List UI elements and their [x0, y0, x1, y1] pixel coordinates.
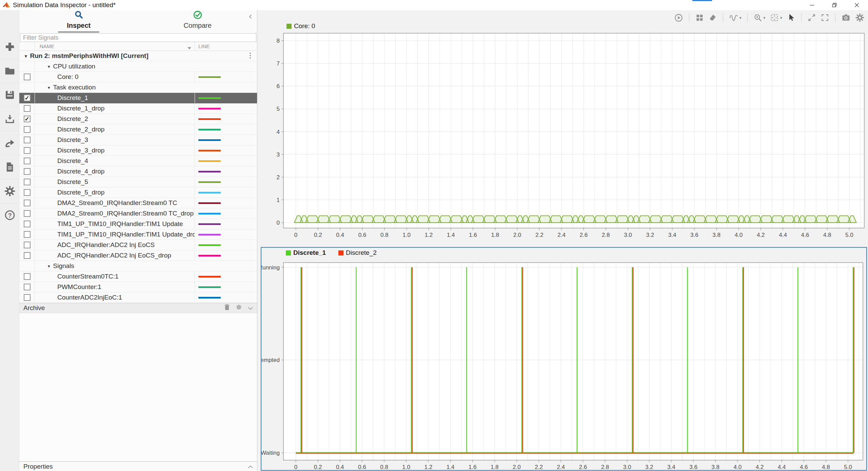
checkbox-cell[interactable]: [19, 103, 35, 114]
checkbox-cell[interactable]: [19, 271, 35, 282]
settings-gear-icon[interactable]: [0, 179, 19, 203]
sort-arrow-icon[interactable]: [188, 45, 191, 50]
report-document-icon[interactable]: [0, 155, 19, 179]
checkbox-unchecked[interactable]: [24, 252, 31, 259]
run-menu-icon[interactable]: [250, 53, 251, 59]
open-folder-icon[interactable]: [0, 59, 19, 83]
checkbox-unchecked[interactable]: [24, 126, 31, 133]
checkbox-cell[interactable]: [19, 145, 35, 156]
signal-row[interactable]: Discrete_3_drop: [19, 145, 257, 156]
checkbox-cell[interactable]: [19, 240, 35, 250]
checkbox-unchecked[interactable]: [24, 158, 31, 164]
archive-settings-icon[interactable]: [236, 304, 242, 312]
properties-expand-icon[interactable]: [248, 463, 253, 470]
group-row[interactable]: ▾Signals: [19, 261, 257, 271]
checkbox-cell[interactable]: [19, 166, 35, 177]
checkbox-cell[interactable]: [19, 135, 35, 145]
checkbox-cell[interactable]: [19, 187, 35, 198]
signal-row[interactable]: ✓Discrete_1: [19, 93, 257, 103]
cpu-utilization-plot[interactable]: 00.20.40.60.81.01.21.41.61.82.02.22.42.6…: [261, 20, 866, 248]
checkbox-checked[interactable]: ✓: [24, 116, 31, 122]
checkbox-cell[interactable]: [19, 198, 35, 208]
checkbox-unchecked[interactable]: [24, 189, 31, 196]
import-icon[interactable]: [0, 107, 19, 131]
checkbox-cell[interactable]: ✓: [19, 93, 35, 103]
group-row[interactable]: ▾Task execution: [19, 82, 257, 93]
checkbox-cell[interactable]: [19, 219, 35, 229]
checkbox-cell[interactable]: [19, 229, 35, 240]
signal-row[interactable]: ADC_IRQHandler:ADC2 Inj EoCS: [19, 240, 257, 250]
filter-signals-input[interactable]: [20, 33, 256, 42]
checkbox-unchecked[interactable]: [24, 147, 31, 154]
checkbox-cell[interactable]: [19, 208, 35, 219]
line-style-cell[interactable]: [195, 282, 257, 292]
run-row[interactable]: ▾Run 2: mstmPeriphsWithHWI [Current]: [19, 51, 257, 61]
minimize-button[interactable]: [801, 0, 823, 10]
checkbox-unchecked[interactable]: [24, 231, 31, 238]
signal-row[interactable]: PWMCounter:1: [19, 282, 257, 292]
checkbox-cell[interactable]: [19, 124, 35, 135]
checkbox-unchecked[interactable]: [24, 284, 31, 290]
checkbox-cell[interactable]: [19, 72, 35, 82]
dropdown-caret-icon[interactable]: ▾: [780, 15, 782, 20]
line-style-cell[interactable]: [195, 250, 257, 261]
checkbox-unchecked[interactable]: [24, 242, 31, 248]
expand-triangle-icon[interactable]: ▾: [48, 64, 50, 69]
line-style-cell[interactable]: [195, 198, 257, 208]
signal-row[interactable]: CounterADC2InjEoC:1: [19, 292, 257, 303]
checkbox-unchecked[interactable]: [24, 179, 31, 185]
group-row[interactable]: ▾CPU utilization: [19, 61, 257, 72]
signal-row[interactable]: TIM1_UP_TIM10_IRQHandler:TIM1 Update: [19, 219, 257, 229]
signal-row[interactable]: Discrete_4: [19, 156, 257, 166]
save-icon[interactable]: [0, 83, 19, 107]
signal-row[interactable]: Core: 0: [19, 72, 257, 82]
column-line[interactable]: LINE: [195, 42, 257, 50]
collapse-panel-icon[interactable]: [247, 13, 254, 20]
expand-triangle-icon[interactable]: ▾: [48, 264, 50, 269]
archive-delete-icon[interactable]: [224, 304, 230, 312]
line-style-cell[interactable]: [195, 72, 257, 82]
export-share-icon[interactable]: [0, 131, 19, 155]
line-style-cell[interactable]: [195, 135, 257, 145]
line-style-cell[interactable]: [195, 219, 257, 229]
checkbox-cell[interactable]: [19, 292, 35, 303]
signal-row[interactable]: Discrete_1_drop: [19, 103, 257, 114]
line-style-cell[interactable]: [195, 145, 257, 156]
checkbox-unchecked[interactable]: [24, 294, 31, 301]
checkbox-unchecked[interactable]: [24, 105, 31, 112]
tab-compare[interactable]: Compare: [138, 10, 257, 33]
checkbox-cell[interactable]: [19, 156, 35, 166]
line-style-cell[interactable]: [195, 187, 257, 198]
checkbox-unchecked[interactable]: [24, 168, 31, 175]
expand-triangle-icon[interactable]: ▾: [25, 54, 27, 59]
help-icon[interactable]: ?: [0, 203, 19, 227]
checkbox-checked[interactable]: ✓: [24, 95, 31, 101]
signal-row[interactable]: DMA2_Stream0_IRQHandler:Stream0 TC: [19, 198, 257, 208]
line-style-cell[interactable]: [195, 156, 257, 166]
signal-row[interactable]: Discrete_4_drop: [19, 166, 257, 177]
expand-triangle-icon[interactable]: ▾: [48, 85, 50, 90]
line-style-cell[interactable]: [195, 103, 257, 114]
properties-bar[interactable]: Properties: [19, 461, 257, 471]
column-name[interactable]: NAME: [35, 42, 195, 50]
signal-row[interactable]: ADC_IRQHandler:ADC2 Inj EoCS_drop: [19, 250, 257, 261]
add-icon[interactable]: [0, 35, 19, 59]
signal-row[interactable]: TIM1_UP_TIM10_IRQHandler:TIM1 Update_dro…: [19, 229, 257, 240]
archive-bar[interactable]: Archive: [19, 303, 257, 313]
restore-button[interactable]: [823, 0, 846, 10]
close-button[interactable]: [846, 0, 868, 10]
checkbox-cell[interactable]: [19, 177, 35, 187]
line-style-cell[interactable]: [195, 124, 257, 135]
checkbox-unchecked[interactable]: [24, 273, 31, 280]
signal-row[interactable]: Discrete_2_drop: [19, 124, 257, 135]
checkbox-cell[interactable]: ✓: [19, 114, 35, 124]
signal-row[interactable]: ✓Discrete_2: [19, 114, 257, 124]
checkbox-cell[interactable]: [19, 282, 35, 292]
signal-row[interactable]: Discrete_5_drop: [19, 187, 257, 198]
archive-collapse-icon[interactable]: [248, 304, 253, 312]
task-execution-plot-selected[interactable]: 00.20.40.60.81.01.21.41.61.82.02.22.42.6…: [261, 247, 867, 471]
checkbox-unchecked[interactable]: [24, 210, 31, 217]
dropdown-caret-icon[interactable]: ▾: [739, 15, 742, 20]
line-style-cell[interactable]: [195, 229, 257, 240]
line-style-cell[interactable]: [195, 208, 257, 219]
